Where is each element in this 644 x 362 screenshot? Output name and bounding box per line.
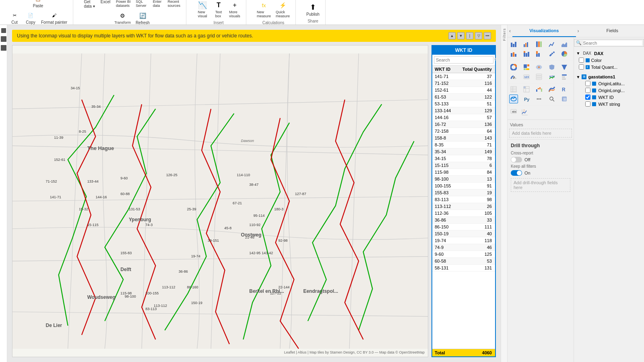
viz-icon-custom-1[interactable]: ⊞ [560,95,569,103]
viz-icon-multirow-card[interactable] [535,72,543,81]
panel-expand-button[interactable]: › [576,25,581,37]
table-row[interactable]: 34-1578 [432,155,495,162]
table-row[interactable]: 36-8633 [432,217,495,224]
new-measure-button[interactable]: fx Newmeasure [255,0,272,19]
gs-checkbox-2[interactable] [585,95,590,100]
format-icon-paint[interactable]: abc [509,108,518,117]
viz-icon-slicer[interactable] [560,72,569,81]
sidebar-icon-2[interactable] [1,36,6,42]
table-row[interactable]: 83-11398 [432,196,495,203]
copy-button[interactable]: 📄 Copy [23,10,38,25]
table-row[interactable]: 158-8143 [432,135,495,142]
cross-report-toggle[interactable] [511,157,522,162]
table-row[interactable]: 8-3571 [432,142,495,148]
table-row[interactable]: 98-10013 [432,176,495,183]
paste-button[interactable]: 📋 Paste [31,0,45,9]
viz-icon-matrix[interactable] [522,85,531,94]
viz-icon-ellipsis[interactable] [535,95,543,103]
table-row[interactable]: 58-131131 [432,265,495,272]
add-drill-field-button[interactable]: Add drill-through fields here [511,178,570,192]
title-icon-filter[interactable]: ▽ [475,32,482,39]
dax-item-totalquant[interactable]: Σ Total Quant... [576,64,642,70]
viz-icon-iconmap[interactable] [509,95,518,103]
viz-icon-line[interactable] [547,40,556,49]
title-icon-bar[interactable]: | [466,32,473,39]
table-row[interactable]: 35-34149 [432,148,495,155]
table-row[interactable]: 133-144129 [432,107,495,114]
table-row[interactable]: 74-946 [432,244,495,251]
viz-icon-python[interactable]: Py [522,95,531,103]
table-row[interactable]: 71-152116 [432,80,495,87]
gs-checkbox-0[interactable] [585,81,590,86]
dax-color-checkbox[interactable] [579,58,584,63]
table-row[interactable]: 15-1156 [432,162,495,169]
gs-item-1[interactable]: OriginLongi... [576,87,642,94]
viz-icon-clustered-bar[interactable] [522,40,531,49]
viz-icon-card[interactable]: 123 [522,72,531,81]
gs-item-3[interactable]: WKT string [576,101,642,107]
quick-measure-button[interactable]: ⚡ Quickmeasure [274,0,291,19]
table-row[interactable]: 72-15864 [432,128,495,135]
viz-icon-map[interactable] [535,63,543,72]
publish-button[interactable]: ⬆ Publish [305,2,321,17]
viz-icon-r-visual[interactable]: R [560,85,569,94]
viz-icon-100pct-col[interactable] [535,49,543,58]
viz-icon-filled-map[interactable] [547,63,556,72]
viz-icon-ribbon[interactable] [547,85,556,94]
viz-icon-funnel[interactable] [560,63,569,72]
viz-icon-gauge[interactable] [509,72,518,81]
viz-icon-kpi[interactable]: KPI [547,72,556,81]
table-row[interactable]: 100-15591 [432,183,495,189]
panel-collapse-button[interactable]: ‹ [508,25,512,37]
keep-all-filters-toggle[interactable] [511,170,522,176]
title-icon-dots[interactable]: ••• [484,32,491,39]
viz-icon-area[interactable] [560,40,569,49]
gasstations-header[interactable]: ▼ ⊞ gasstations1 [576,74,642,80]
viz-icon-donut[interactable] [509,63,518,72]
table-row[interactable]: 144-1657 [432,114,495,121]
table-row[interactable]: 86-150111 [432,224,495,230]
tab-visualizations[interactable]: Visualizations [512,25,576,37]
cut-button[interactable]: ✂ Cut [7,10,22,25]
viz-icon-scatter[interactable] [547,49,556,58]
powerbi-datasets-button[interactable]: ⬛ Power BIdatasets [114,0,132,9]
viz-icon-stacked-bar[interactable] [509,40,518,49]
sidebar-icon-1[interactable] [1,28,6,33]
viz-icon-search-zoom[interactable] [547,95,556,103]
table-row[interactable]: 141-7137 [432,73,495,80]
table-row[interactable]: 112-36105 [432,210,495,217]
map-container[interactable]: 34-15 35-34 8-25 11-39 The Hague 152-61 … [12,45,428,357]
table-row[interactable]: 9-60125 [432,251,495,258]
sql-server-button[interactable]: 🗄 SQLServer [134,0,149,9]
wkt-table-body[interactable]: 141-713771-152116152-614461-5312253-1335… [432,73,495,349]
new-visual-button[interactable]: 📉 Newvisual [195,0,210,19]
gs-checkbox-1[interactable] [585,88,590,93]
table-row[interactable]: 19-74118 [432,237,495,244]
enter-data-button[interactable]: ⌨ Enterdata [150,0,165,9]
dax-header[interactable]: ▼ DAX DAX [576,50,642,57]
dax-toggle[interactable]: ▼ [576,51,580,56]
fields-search-input[interactable] [583,41,642,45]
wkt-search-clear-button[interactable]: 🔍 [494,58,496,63]
gs-item-0[interactable]: OriginLatitu... [576,80,642,87]
format-painter-button[interactable]: 🖌 Format painter [39,10,69,25]
table-row[interactable]: 150-1940 [432,230,495,237]
gs-toggle[interactable]: ▼ [576,75,580,79]
table-row[interactable]: 115-9884 [432,169,495,176]
get-data-button[interactable]: 📊 Getdata ▾ [82,0,97,9]
format-icon-grid[interactable] [520,108,529,117]
table-row[interactable]: 61-53122 [432,94,495,101]
table-row[interactable]: 113-11226 [432,203,495,210]
excel-button[interactable]: X Excel [98,0,113,9]
dax-totalquant-checkbox[interactable] [579,64,584,70]
viz-icon-treemap[interactable] [522,63,531,72]
gs-checkbox-3[interactable] [585,101,590,107]
viz-icon-waterfall[interactable] [535,85,543,94]
gs-item-2[interactable]: WKT ID [576,94,642,101]
wkt-search-input[interactable] [434,56,493,64]
filters-bar[interactable]: Filters [501,25,507,362]
sidebar-icon-3[interactable] [1,45,6,51]
table-row[interactable]: 152-6144 [432,87,495,94]
viz-icon-stacked-col[interactable] [522,49,531,58]
table-row[interactable]: 16-72136 [432,121,495,128]
